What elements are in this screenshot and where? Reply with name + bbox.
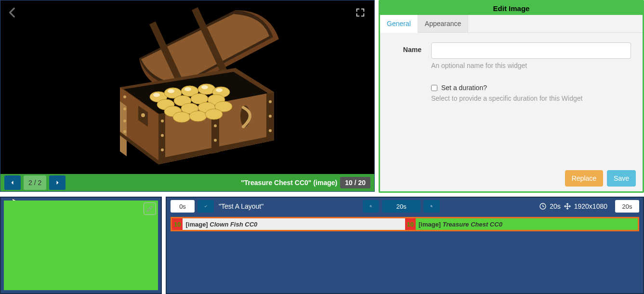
svg-point-36 [184,87,191,91]
svg-point-34 [153,93,160,97]
preview-panel: 2 / 2 "Treasure Chest CC0" (image) 10 / … [0,0,375,192]
svg-point-6 [123,130,126,133]
clock-icon [539,202,547,210]
svg-line-43 [432,207,433,207]
preview-image [81,0,293,174]
save-button[interactable]: Save [607,170,636,187]
svg-point-13 [269,100,272,103]
timeline-start: 0s [171,200,195,213]
tabs: General Appearance [380,15,643,33]
svg-point-35 [168,89,174,93]
svg-point-17 [141,113,145,117]
name-input[interactable] [431,42,631,59]
page-indicator: 2 / 2 [24,175,46,190]
svg-point-38 [216,88,223,92]
svg-point-31 [173,112,190,122]
name-help-text: An optional name for this widget [431,62,631,69]
region-thumbnail-panel [0,197,162,294]
svg-point-9 [161,148,164,151]
svg-point-5 [123,120,126,122]
svg-point-14 [269,115,272,118]
clip-duration: 10 [172,218,183,230]
edit-region-button[interactable] [144,202,156,215]
resolution: 1920x1080 [574,202,607,210]
layout-title: "Test A Layout" [219,202,263,210]
timeline-clip[interactable]: 10[image] Clown Fish CC0 [172,218,405,230]
region-thumbnail[interactable] [4,200,158,290]
svg-point-8 [161,134,164,137]
next-button[interactable] [49,175,66,190]
back-icon[interactable] [6,6,19,19]
zoom-out-button[interactable] [363,200,379,213]
move-icon [564,202,571,210]
edit-image-panel: Edit Image General Appearance Name An op… [379,0,644,193]
preview-item-count: 10 / 20 [340,177,370,188]
clip-label: [image] Clown Fish CC0 [183,221,260,228]
fullscreen-icon[interactable] [355,7,366,18]
total-duration: 20s [550,202,561,210]
preview-canvas [0,0,374,174]
svg-point-3 [123,95,126,98]
duration-label: Set a duration? [441,84,487,92]
replace-button[interactable]: Replace [565,170,603,187]
edit-panel-title: Edit Image [380,1,643,15]
preview-item-title: "Treasure Chest CC0" (image) [241,179,337,187]
svg-point-32 [189,111,207,121]
svg-line-40 [371,207,372,207]
name-label: Name [392,42,431,102]
zoom-level[interactable]: 20s [382,200,421,213]
svg-point-4 [123,107,126,110]
tab-general[interactable]: General [380,15,418,33]
svg-point-11 [214,124,217,127]
tab-appearance[interactable]: Appearance [418,15,469,32]
preview-footer: 2 / 2 "Treasure Chest CC0" (image) 10 / … [0,174,374,191]
clip-duration: 10 [405,218,416,230]
svg-point-12 [214,139,217,142]
zoom-in-button[interactable] [423,200,440,213]
confirm-button[interactable] [197,200,214,213]
prev-button[interactable] [4,175,21,190]
clip-label: [image] Treasure Chest CC0 [416,221,505,228]
svg-point-33 [205,109,223,120]
timeline-panel: 0s "Test A Layout" 20s 20s 1 [166,197,644,294]
svg-point-37 [201,85,208,89]
timeline-end: 20s [615,200,639,213]
duration-checkbox[interactable] [431,85,437,91]
timeline-track[interactable]: 10[image] Clown Fish CC010[image] Treasu… [171,217,639,231]
svg-point-15 [269,129,272,132]
duration-help-text: Select to provide a specific duration fo… [431,94,631,102]
svg-point-7 [161,120,164,122]
timeline-clip[interactable]: 10[image] Treasure Chest CC0 [405,218,638,230]
